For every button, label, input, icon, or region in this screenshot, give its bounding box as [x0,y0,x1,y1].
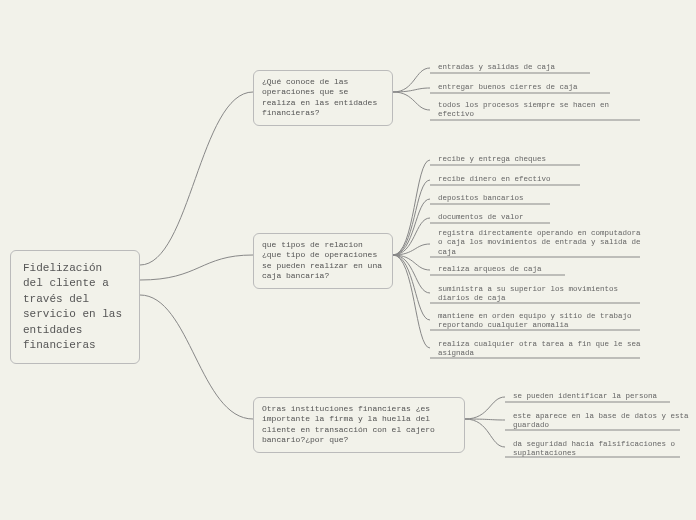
leaf-node[interactable]: se pueden identificar la persona [513,392,693,401]
branch-label: Otras instituciones financieras ¿es impo… [262,404,435,444]
branch-label: ¿Qué conoce de las operaciones que se re… [262,77,377,117]
leaf-node[interactable]: recibe y entrega cheques [438,155,638,164]
branch-node-1[interactable]: que tipos de relacion ¿que tipo de opera… [253,233,393,289]
leaf-node[interactable]: suministra a su superior los movimientos… [438,285,648,304]
leaf-node[interactable]: recibe dinero en efectivo [438,175,638,184]
leaf-node[interactable]: da seguridad hacia falsificaciones o sup… [513,440,693,459]
leaf-node[interactable]: este aparece en la base de datos y esta … [513,412,693,431]
leaf-node[interactable]: todos los procesos siempre se hacen en e… [438,101,648,120]
branch-label: que tipos de relacion ¿que tipo de opera… [262,240,382,280]
leaf-node[interactable]: entregar buenos cierres de caja [438,83,638,92]
leaf-node[interactable]: realiza arqueos de caja [438,265,638,274]
leaf-node[interactable]: realiza cualquier otra tarea a fin que l… [438,340,648,359]
leaf-node[interactable]: registra directamente operando en comput… [438,229,648,257]
branch-node-2[interactable]: Otras instituciones financieras ¿es impo… [253,397,465,453]
leaf-node[interactable]: depositos bancarios [438,194,638,203]
leaf-node[interactable]: entradas y salidas de caja [438,63,638,72]
branch-node-0[interactable]: ¿Qué conoce de las operaciones que se re… [253,70,393,126]
root-node[interactable]: Fidelización del cliente a través del se… [10,250,140,364]
leaf-node[interactable]: documentos de valor [438,213,638,222]
leaf-node[interactable]: mantiene en orden equipo y sitio de trab… [438,312,648,331]
root-label: Fidelización del cliente a través del se… [23,262,122,351]
